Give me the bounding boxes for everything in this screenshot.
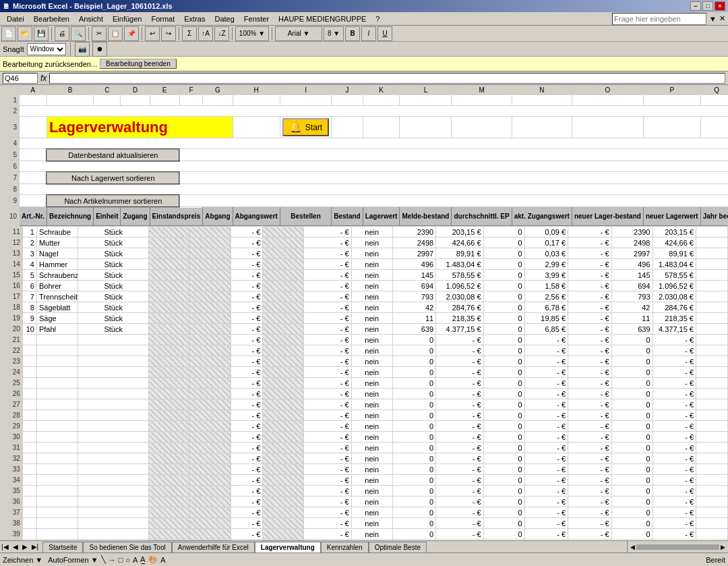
artnr[interactable] (22, 378, 36, 389)
einheit[interactable] (78, 367, 149, 378)
ep2[interactable]: - € (231, 421, 263, 432)
jahr[interactable] (696, 335, 728, 345)
nlw[interactable]: - € (653, 507, 696, 518)
cell-H1[interactable] (233, 95, 280, 106)
nlb[interactable]: 11 (611, 313, 653, 324)
bestellen[interactable]: nein (351, 475, 392, 486)
azw[interactable]: - € (568, 507, 612, 518)
save-button[interactable]: 💾 (34, 26, 49, 41)
azw[interactable]: - € (568, 259, 612, 270)
bestellen[interactable]: nein (351, 453, 392, 464)
ep2[interactable]: - € (231, 291, 263, 302)
einheit[interactable]: Stück (78, 248, 149, 259)
bestellen[interactable]: nein (351, 464, 392, 475)
nlw[interactable]: - € (653, 497, 696, 507)
underline-button[interactable]: U (377, 26, 392, 41)
zugang[interactable] (149, 443, 190, 453)
nlb[interactable]: 694 (611, 281, 653, 291)
bestellen[interactable]: nein (351, 313, 392, 324)
artnr[interactable] (22, 443, 36, 453)
artnr[interactable] (22, 540, 36, 541)
cell-N1[interactable] (512, 95, 572, 106)
sheet-tab-Optimale-Beste[interactable]: Optimale Beste (369, 542, 427, 553)
dep[interactable]: 6,78 € (524, 302, 568, 313)
ep1[interactable] (190, 378, 231, 389)
tab-first-button[interactable]: |◀ (0, 543, 10, 550)
bezeichnung[interactable] (36, 475, 78, 486)
einheit[interactable] (78, 497, 149, 507)
dep[interactable]: 2,56 € (524, 291, 568, 302)
aw[interactable]: - € (304, 507, 351, 518)
lagerwert[interactable]: - € (436, 399, 483, 410)
nlw[interactable]: - € (653, 335, 696, 345)
bezeichnung[interactable]: Schraubenzieher (36, 270, 78, 281)
meldebestand[interactable]: 0 (483, 227, 524, 237)
jahr[interactable] (696, 410, 728, 421)
dep[interactable]: - € (524, 507, 568, 518)
abgang[interactable] (263, 313, 304, 324)
lagerwert[interactable]: 203,15 € (436, 227, 483, 237)
cell-D1[interactable] (121, 95, 150, 106)
artnr[interactable] (22, 356, 36, 367)
cell-Q3[interactable] (700, 117, 728, 138)
meldebestand[interactable]: 0 (483, 497, 524, 507)
jahr[interactable] (696, 237, 728, 248)
jahr[interactable] (696, 486, 728, 497)
artnr[interactable]: 5 (22, 270, 36, 281)
bezeichnung[interactable]: Säge (36, 313, 78, 324)
dep[interactable]: 1,58 € (524, 281, 568, 291)
cell-K3[interactable] (363, 117, 400, 138)
bezeichnung[interactable] (36, 356, 78, 367)
bezeichnung[interactable] (36, 367, 78, 378)
jahr[interactable] (696, 475, 728, 486)
jahr[interactable] (696, 281, 728, 291)
cell-row2[interactable] (20, 106, 729, 117)
dep[interactable]: - € (524, 475, 568, 486)
ep1[interactable] (190, 389, 231, 399)
zugang[interactable] (149, 475, 190, 486)
lagerwert[interactable]: - € (436, 378, 483, 389)
azw[interactable]: - € (568, 367, 612, 378)
dep[interactable]: - € (524, 345, 568, 356)
meldebestand[interactable]: 0 (483, 367, 524, 378)
lagerwert[interactable]: - € (436, 356, 483, 367)
bezeichnung[interactable]: Hammer (36, 259, 78, 270)
bezeichnung[interactable]: Mutter (36, 237, 78, 248)
nlw[interactable]: 284,76 € (653, 302, 696, 313)
col-header-C[interactable]: C (94, 86, 121, 95)
artnr[interactable] (22, 335, 36, 345)
menu-extras[interactable]: Extras (180, 14, 209, 24)
fontsize-select[interactable]: 8 ▼ (324, 26, 344, 41)
artnr[interactable] (22, 389, 36, 399)
ep2[interactable]: - € (231, 486, 263, 497)
jahr[interactable] (696, 259, 728, 270)
draw-wordart-icon[interactable]: A̲ (140, 555, 146, 564)
artnr[interactable]: 2 (22, 237, 36, 248)
jahr[interactable] (696, 227, 728, 237)
bestellen[interactable]: nein (351, 291, 392, 302)
font-select[interactable]: Arial ▼ (275, 26, 322, 41)
btn-datenbestand[interactable]: Datenbestand aktualisieren (47, 149, 179, 161)
ep2[interactable]: - € (231, 356, 263, 367)
aw[interactable]: - € (304, 464, 351, 475)
zugang[interactable] (149, 281, 190, 291)
dep[interactable]: 0,03 € (524, 248, 568, 259)
bestand[interactable]: 0 (392, 421, 436, 432)
artnr[interactable] (22, 453, 36, 464)
dep[interactable]: 6,85 € (524, 324, 568, 335)
lagerwert[interactable]: - € (436, 335, 483, 345)
col-header-P[interactable]: P (643, 86, 700, 95)
jahr[interactable] (696, 540, 728, 541)
ep2[interactable]: - € (231, 389, 263, 399)
ep2[interactable]: - € (231, 410, 263, 421)
jahr[interactable] (696, 389, 728, 399)
einheit[interactable] (78, 453, 149, 464)
ep2[interactable]: - € (231, 497, 263, 507)
jahr[interactable] (696, 453, 728, 464)
meldebestand[interactable]: 0 (483, 540, 524, 541)
zugang[interactable] (149, 421, 190, 432)
formula-input[interactable] (49, 73, 725, 84)
meldebestand[interactable]: 0 (483, 486, 524, 497)
zugang[interactable] (149, 518, 190, 529)
nlb[interactable]: 0 (611, 497, 653, 507)
